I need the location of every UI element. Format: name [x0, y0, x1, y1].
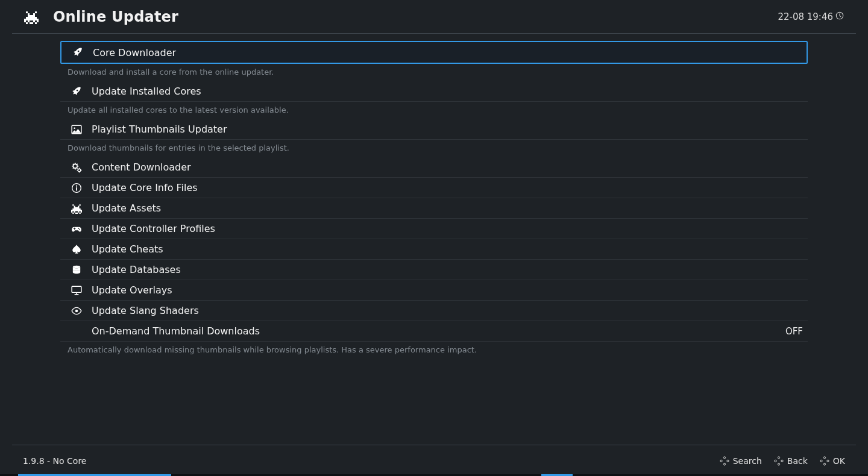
- footer-hint-label: Search: [733, 456, 762, 466]
- menu-item[interactable]: Update Overlays: [60, 280, 808, 301]
- menu-item[interactable]: Update Databases: [60, 260, 808, 280]
- footer-hint: Back: [774, 456, 808, 466]
- retroarch-logo-icon: [20, 10, 42, 24]
- menu-item[interactable]: Content Downloader: [60, 157, 808, 178]
- menu-item-label: Update Assets: [92, 202, 161, 214]
- clock: 22-08 19:46: [778, 11, 844, 22]
- header-left: Online Updater: [20, 8, 178, 25]
- footer-hint-label: Back: [787, 456, 808, 466]
- menu-item-label: Update Overlays: [92, 284, 172, 296]
- menu-item-value: OFF: [785, 326, 803, 337]
- footer-bar: 1.9.8 - No Core SearchBackOK: [0, 446, 868, 476]
- menu-item-label: Playlist Thumbnails Updater: [92, 124, 227, 135]
- gears-icon: [71, 162, 82, 173]
- menu-item-label: Update Databases: [92, 264, 181, 275]
- menu-item-description: Automatically download missing thumbnail…: [60, 342, 808, 359]
- menu-item[interactable]: Core Downloader: [60, 41, 808, 64]
- menu-item-description: Download thumbnails for entries in the s…: [60, 140, 808, 157]
- rocket-icon: [72, 47, 83, 58]
- eye-icon: [71, 305, 82, 316]
- menu-item[interactable]: Update Installed Cores: [60, 81, 808, 102]
- clock-text: 22-08 19:46: [778, 11, 833, 22]
- menu-item[interactable]: Playlist Thumbnails Updater: [60, 119, 808, 140]
- monitor-icon: [71, 285, 82, 296]
- footer-divider: [12, 445, 856, 445]
- header-divider: [12, 33, 856, 34]
- gamepad-icon: [71, 224, 82, 234]
- menu-item-label: Update Controller Profiles: [92, 223, 215, 234]
- footer-hint: Search: [720, 456, 762, 466]
- footer-hints: SearchBackOK: [720, 456, 845, 466]
- menu-list: Core DownloaderDownload and install a co…: [60, 41, 808, 359]
- menu-item[interactable]: Update Core Info Files: [60, 178, 808, 198]
- menu-item[interactable]: Update Controller Profiles: [60, 219, 808, 239]
- version-text: 1.9.8 - No Core: [23, 456, 86, 466]
- dpad-icon: [820, 456, 829, 466]
- menu-item-label: Update Slang Shaders: [92, 305, 199, 316]
- header-bar: Online Updater 22-08 19:46: [0, 0, 868, 33]
- info-icon: [71, 183, 82, 193]
- menu-item-label: Update Cheats: [92, 243, 163, 255]
- menu-item-label: Core Downloader: [93, 47, 176, 58]
- footer-hint: OK: [820, 456, 845, 466]
- menu-item-label: Update Installed Cores: [92, 86, 201, 97]
- menu-item-description: Update all installed cores to the latest…: [60, 102, 808, 119]
- menu-item[interactable]: On-Demand Thumbnail DownloadsOFF: [60, 321, 808, 342]
- menu-item-label: Content Downloader: [92, 161, 191, 173]
- footer-hint-label: OK: [833, 456, 845, 466]
- dpad-icon: [774, 456, 784, 466]
- page-title: Online Updater: [53, 8, 178, 25]
- dpad-icon: [720, 456, 729, 466]
- menu-item-label: On-Demand Thumbnail Downloads: [92, 325, 260, 337]
- spade-icon: [71, 244, 82, 255]
- clock-icon: [835, 11, 844, 22]
- menu-item-label: Update Core Info Files: [92, 182, 198, 193]
- menu-item[interactable]: Update Cheats: [60, 239, 808, 260]
- menu-item-description: Download and install a core from the onl…: [60, 64, 808, 81]
- rocket-icon: [71, 86, 82, 97]
- image-icon: [71, 124, 82, 135]
- menu-item[interactable]: Update Assets: [60, 198, 808, 219]
- invader-icon: [71, 203, 82, 214]
- database-icon: [71, 265, 82, 275]
- menu-item[interactable]: Update Slang Shaders: [60, 301, 808, 321]
